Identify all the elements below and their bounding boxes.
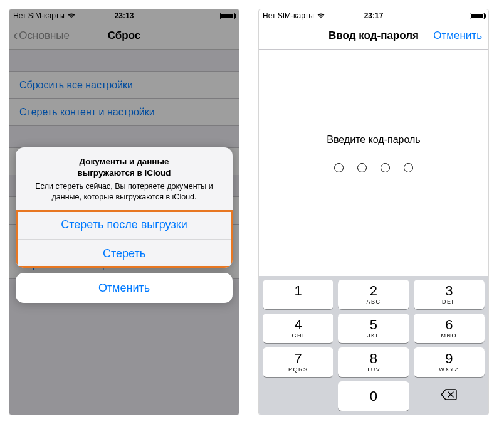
numeric-keypad: 1 2 ABC 3 DEF 4 GHI 5 JKL 6 MNO [259, 276, 488, 415]
key-7[interactable]: 7 PQRS [263, 347, 333, 377]
passcode-dots [334, 163, 413, 172]
action-sheet-main: Документы и данные выгружаются в iCloud … [16, 147, 233, 268]
chevron-left-icon: ‹ [13, 29, 18, 43]
sheet-message: Если стереть сейчас, Вы потеряете докуме… [27, 181, 221, 203]
carrier-label: Нет SIM-карты [13, 11, 65, 20]
passcode-prompt: Введите код-пароль [327, 134, 420, 146]
key-3[interactable]: 3 DEF [414, 280, 485, 309]
wifi-icon [67, 12, 76, 20]
key-4[interactable]: 4 GHI [263, 314, 333, 343]
passcode-dot [404, 163, 413, 172]
key-blank [263, 381, 333, 411]
key-6[interactable]: 6 MNO [414, 314, 485, 343]
key-5[interactable]: 5 JKL [338, 314, 409, 343]
key-2[interactable]: 2 ABC [338, 280, 409, 309]
passcode-dot [357, 163, 367, 172]
sheet-header: Документы и данные выгружаются в iCloud … [16, 147, 233, 210]
cancel-button[interactable]: Отменить [433, 29, 482, 42]
status-bar: Нет SIM-карты 23:13 [9, 9, 239, 22]
key-8[interactable]: 8 TUV [338, 347, 409, 377]
nav-bar: Ввод код-пароля Отменить [259, 22, 488, 50]
erase-after-upload-button[interactable]: Стереть после выгрузки [16, 210, 233, 239]
carrier-label: Нет SIM-карты [263, 11, 314, 20]
key-backspace[interactable] [414, 381, 485, 411]
passcode-dot [334, 163, 344, 172]
status-bar: Нет SIM-карты 23:17 [259, 9, 488, 22]
passcode-body: Введите код-пароль 1 2 ABC 3 DEF [259, 50, 488, 415]
passcode-area: Введите код-пароль [259, 50, 488, 276]
battery-icon [220, 13, 235, 19]
passcode-dot [381, 163, 390, 172]
phone-passcode-screen: Нет SIM-карты 23:17 Ввод код-пароля Отме… [258, 9, 489, 415]
back-label: Основные [19, 29, 70, 42]
key-0[interactable]: 0 [338, 381, 409, 411]
phone-reset-screen: Нет SIM-карты 23:13 ‹ Основные Сброс Сбр… [9, 9, 239, 415]
key-1[interactable]: 1 [263, 280, 333, 309]
wifi-icon [317, 12, 325, 20]
key-9[interactable]: 9 WXYZ [414, 347, 485, 377]
action-sheet: Документы и данные выгружаются в iCloud … [9, 147, 239, 303]
erase-button[interactable]: Стереть [16, 239, 233, 268]
sheet-cancel-button[interactable]: Отменить [16, 273, 233, 303]
backspace-icon [440, 388, 458, 405]
battery-icon [470, 13, 485, 19]
nav-bar: ‹ Основные Сброс [9, 22, 239, 50]
back-button[interactable]: ‹ Основные [9, 29, 70, 43]
